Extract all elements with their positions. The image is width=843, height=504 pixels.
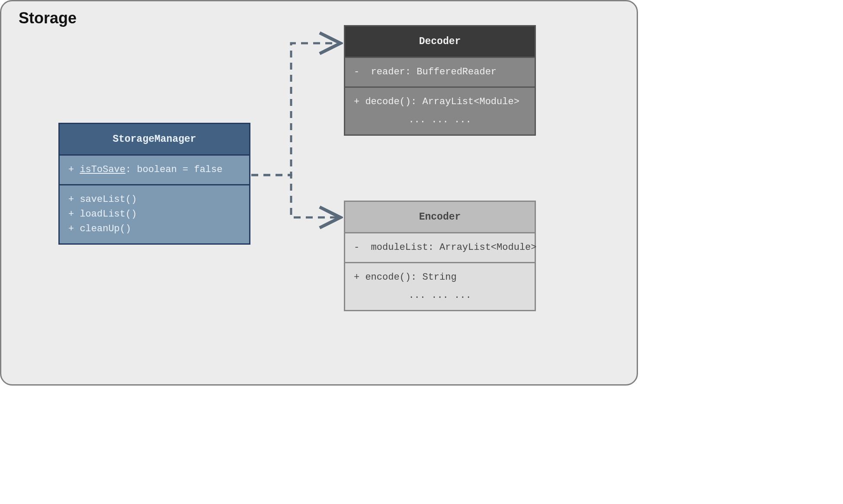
dependency-to-decoder bbox=[251, 43, 340, 175]
class-title: Encoder bbox=[345, 202, 535, 232]
attribute-row: + isToSave: boolean = false bbox=[68, 163, 240, 177]
attribute-row: - reader: BufferedReader bbox=[354, 65, 526, 80]
dependency-to-encoder bbox=[251, 175, 340, 217]
attribute-row: - moduleList: ArrayList<Module> bbox=[354, 240, 526, 255]
method-row: + encode(): String bbox=[354, 270, 526, 285]
class-encoder: Encoder - moduleList: ArrayList<Module> … bbox=[344, 201, 536, 311]
package-title: Storage bbox=[19, 9, 77, 27]
class-decoder: Decoder - reader: BufferedReader + decod… bbox=[344, 25, 536, 136]
class-title: Decoder bbox=[345, 26, 535, 57]
attributes-section: - reader: BufferedReader bbox=[345, 57, 535, 86]
attributes-section: + isToSave: boolean = false bbox=[60, 154, 249, 184]
methods-section: + encode(): String ... ... ... bbox=[345, 262, 535, 310]
attr-name: isToSave bbox=[80, 164, 125, 175]
method-row: + saveList() bbox=[68, 192, 240, 207]
methods-section: + saveList() + loadList() + cleanUp() bbox=[60, 184, 249, 243]
class-storage-manager: StorageManager + isToSave: boolean = fal… bbox=[58, 123, 250, 245]
attributes-section: - moduleList: ArrayList<Module> bbox=[345, 232, 535, 262]
method-row: + decode(): ArrayList<Module> bbox=[354, 95, 526, 109]
method-row: + cleanUp() bbox=[68, 222, 240, 236]
ellipsis: ... ... ... bbox=[354, 109, 526, 128]
method-row: + loadList() bbox=[68, 207, 240, 222]
class-title: StorageManager bbox=[60, 124, 249, 154]
package-storage: Storage StorageManager + isToSave: boole… bbox=[0, 0, 638, 386]
methods-section: + decode(): ArrayList<Module> ... ... ..… bbox=[345, 86, 535, 134]
ellipsis: ... ... ... bbox=[354, 285, 526, 303]
